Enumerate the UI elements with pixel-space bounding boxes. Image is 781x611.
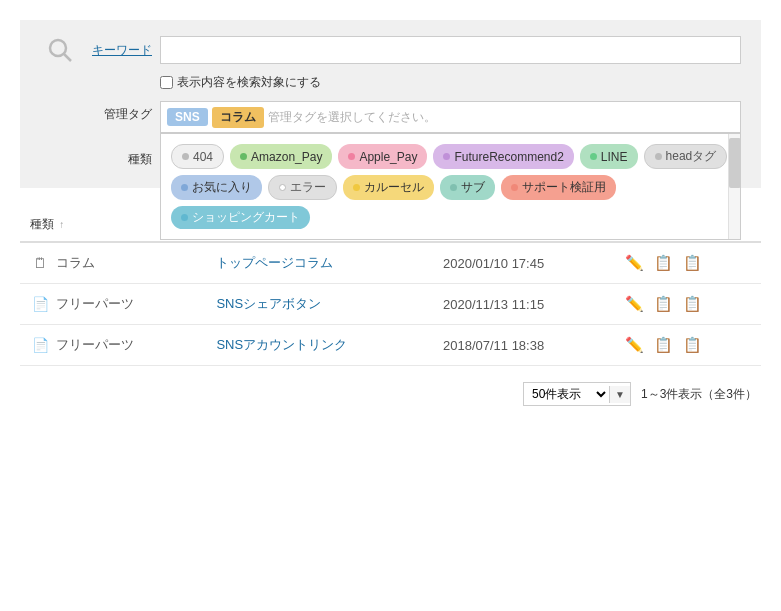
- dtag-favorite-dot: [181, 184, 188, 191]
- edit-icon-2[interactable]: ✏️: [625, 336, 644, 354]
- tag-dropdown-panel: 404 Amazon_Pay Apple_Pay FutureRecommend…: [160, 133, 741, 240]
- dtag-cart[interactable]: ショッピングカート: [171, 206, 310, 229]
- dtag-404-dot: [182, 153, 189, 160]
- dtag-carousel-dot: [353, 184, 360, 191]
- dtag-sub[interactable]: サブ: [440, 175, 495, 200]
- col-type-label: 種類: [30, 217, 54, 231]
- kind-label: 種類: [80, 151, 160, 168]
- dtag-headtag-dot: [655, 153, 662, 160]
- type-icon-1: 📄: [30, 294, 50, 314]
- detail-icon-2[interactable]: 📋: [683, 336, 702, 354]
- scrollbar-track[interactable]: [728, 134, 740, 239]
- edit-icon-0[interactable]: ✏️: [625, 254, 644, 272]
- dtag-support[interactable]: サポート検証用: [501, 175, 616, 200]
- dtag-amazonpay[interactable]: Amazon_Pay: [230, 144, 332, 169]
- date-0: 2020/01/10 17:45: [443, 256, 544, 271]
- type-cell-1: 📄 フリーパーツ: [30, 294, 196, 314]
- tag-dropdown-scroll[interactable]: 404 Amazon_Pay Apple_Pay FutureRecommend…: [171, 144, 730, 229]
- table-row: 🗒 コラム トップページコラム 2020/01/10 17:45 ✏️ 📋: [20, 242, 761, 284]
- display-search-checkbox[interactable]: [160, 76, 173, 89]
- dtag-support-dot: [511, 184, 518, 191]
- dtag-futurerecommend-dot: [443, 153, 450, 160]
- svg-line-1: [64, 54, 71, 61]
- dtag-error-dot: [279, 184, 286, 191]
- type-cell-0: 🗒 コラム: [30, 253, 196, 273]
- copy-icon-2[interactable]: 📋: [654, 336, 673, 354]
- action-cell-1: ✏️ 📋 📋: [625, 295, 751, 313]
- dtag-error[interactable]: エラー: [268, 175, 337, 200]
- tag-selected-area[interactable]: SNS コラム 管理タグを選択してください。: [160, 101, 741, 133]
- keyword-label[interactable]: キーワード: [80, 42, 160, 59]
- dtag-line[interactable]: LINE: [580, 144, 638, 169]
- parts-name-2[interactable]: SNSアカウントリンク: [216, 337, 347, 352]
- type-cell-2: 📄 フリーパーツ: [30, 335, 196, 355]
- copy-icon-1[interactable]: 📋: [654, 295, 673, 313]
- search-icon: [40, 36, 80, 64]
- dtag-futurerecommend[interactable]: FutureRecommend2: [433, 144, 573, 169]
- tag-label: 管理タグ: [80, 101, 160, 123]
- dtag-cart-dot: [181, 214, 188, 221]
- table-row: 📄 フリーパーツ SNSシェアボタン 2020/11/13 11:15 ✏️ 📋: [20, 284, 761, 325]
- tag-dropdown-tags: 404 Amazon_Pay Apple_Pay FutureRecommend…: [171, 144, 730, 229]
- type-icon-2: 📄: [30, 335, 50, 355]
- action-cell-0: ✏️ 📋 📋: [625, 254, 751, 272]
- date-2: 2018/07/11 18:38: [443, 338, 544, 353]
- per-page-select[interactable]: 50件表示 20件表示 100件表示 ▼: [523, 382, 631, 406]
- dtag-amazonpay-dot: [240, 153, 247, 160]
- scrollbar-thumb: [729, 138, 741, 188]
- dtag-line-dot: [590, 153, 597, 160]
- action-cell-2: ✏️ 📋 📋: [625, 336, 751, 354]
- dtag-carousel[interactable]: カルーセル: [343, 175, 434, 200]
- svg-point-0: [50, 40, 66, 56]
- display-search-label: 表示内容を検索対象にする: [177, 74, 321, 91]
- dtag-404[interactable]: 404: [171, 144, 224, 169]
- dtag-sub-dot: [450, 184, 457, 191]
- detail-icon-0[interactable]: 📋: [683, 254, 702, 272]
- keyword-input[interactable]: [160, 36, 741, 64]
- tag-chip-column[interactable]: コラム: [212, 107, 264, 128]
- parts-name-0[interactable]: トップページコラム: [216, 255, 333, 270]
- pagination-row: 50件表示 20件表示 100件表示 ▼ 1～3件表示（全3件）: [20, 382, 761, 406]
- date-1: 2020/11/13 11:15: [443, 297, 544, 312]
- tag-chip-sns[interactable]: SNS: [167, 108, 208, 126]
- type-label-0: コラム: [56, 254, 95, 272]
- dtag-favorite[interactable]: お気に入り: [171, 175, 262, 200]
- tag-placeholder: 管理タグを選択してください。: [268, 109, 436, 126]
- detail-icon-1[interactable]: 📋: [683, 295, 702, 313]
- type-icon-0: 🗒: [30, 253, 50, 273]
- page-info: 1～3件表示（全3件）: [641, 386, 757, 403]
- table-row: 📄 フリーパーツ SNSアカウントリンク 2018/07/11 18:38 ✏️: [20, 325, 761, 366]
- col-type-sort[interactable]: ↑: [59, 219, 64, 230]
- edit-icon-1[interactable]: ✏️: [625, 295, 644, 313]
- per-page-dropdown[interactable]: 50件表示 20件表示 100件表示: [524, 383, 609, 405]
- dtag-applepay-dot: [348, 153, 355, 160]
- dtag-applepay[interactable]: Apple_Pay: [338, 144, 427, 169]
- copy-icon-0[interactable]: 📋: [654, 254, 673, 272]
- per-page-dropdown-btn[interactable]: ▼: [609, 386, 630, 403]
- type-label-1: フリーパーツ: [56, 295, 134, 313]
- dtag-headtag[interactable]: headタグ: [644, 144, 728, 169]
- parts-name-1[interactable]: SNSシェアボタン: [216, 296, 321, 311]
- type-label-2: フリーパーツ: [56, 336, 134, 354]
